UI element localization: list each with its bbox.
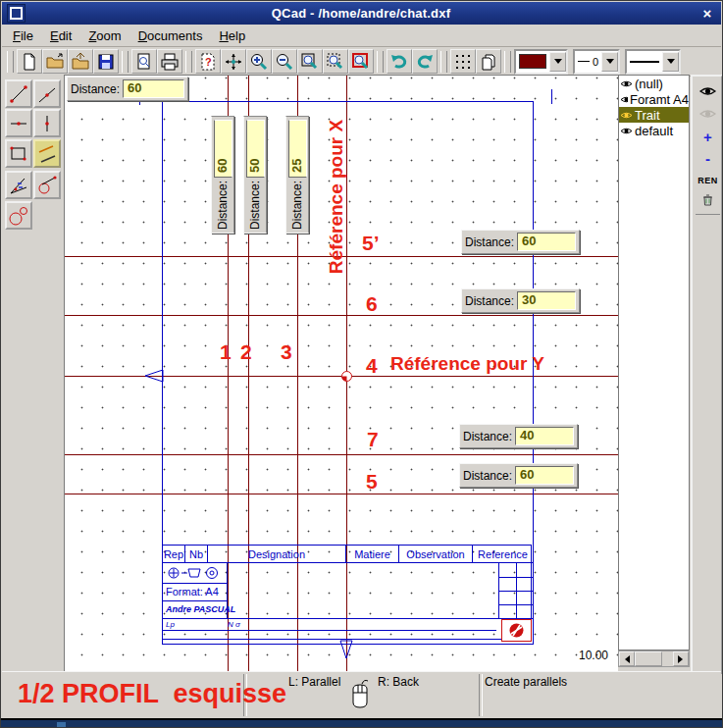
distance-input[interactable]: 50 (246, 120, 265, 178)
title-block-divider (163, 583, 227, 584)
left-arrow-marker (143, 367, 165, 385)
zoom-previous-button[interactable] (348, 49, 374, 74)
zoom-auto-button[interactable] (323, 49, 348, 74)
vertical-line-icon (36, 113, 58, 134)
toolbar-handle[interactable] (122, 51, 129, 73)
remove-layer-button[interactable]: - (696, 149, 720, 168)
chevron-down-icon (554, 59, 562, 68)
distance-input[interactable]: 40 (515, 427, 574, 445)
zoom-previous-icon (351, 52, 371, 72)
redraw-button[interactable]: ? (195, 49, 221, 74)
mouse-left-hint: L: Parallel (288, 675, 340, 689)
scrollbar-thumb[interactable] (635, 651, 662, 666)
menu-help[interactable]: Help (219, 28, 245, 43)
print-button[interactable] (157, 49, 182, 74)
distance-label: Distance: (463, 469, 512, 483)
undo-button[interactable] (387, 49, 412, 74)
distance-input[interactable]: 30 (517, 291, 576, 310)
redo-button[interactable] (412, 49, 438, 74)
layer-list-scrollbar[interactable] (618, 650, 690, 667)
distance-label: Distance: (248, 181, 262, 230)
scroll-left-button[interactable] (619, 651, 635, 666)
layer-item-format[interactable]: Foramt A4 (619, 91, 689, 107)
color-select[interactable] (514, 49, 568, 75)
zoom-window-icon (300, 52, 320, 72)
drawing-canvas[interactable]: Distance: 60 Distance:60 Distance:50 Dis… (64, 75, 618, 675)
layer-item-default[interactable]: default (619, 123, 689, 138)
qcad-window: QCad - /home/andre/chat.dxf × File Edit … (0, 0, 723, 728)
layer-browser-button[interactable] (476, 49, 501, 74)
eye-icon (620, 111, 633, 120)
bottom-strip (1, 718, 722, 727)
distance-input[interactable]: 60 (517, 233, 576, 251)
delete-layer-button[interactable] (696, 190, 720, 209)
close-button[interactable]: × (697, 4, 718, 23)
new-file-button[interactable] (17, 49, 42, 74)
layer-item-null[interactable]: (null) (619, 76, 689, 91)
tool-rectangle[interactable] (5, 139, 32, 168)
show-all-layers-button[interactable] (696, 81, 720, 100)
menu-edit[interactable]: Edit (50, 28, 72, 43)
zoom-in-button[interactable] (246, 49, 272, 74)
tool-line-angle[interactable] (33, 79, 61, 108)
line-style-select[interactable] (625, 49, 681, 75)
distance-input[interactable]: 60 (214, 120, 232, 178)
tool-horizontal-line[interactable] (5, 109, 32, 137)
menu-documents[interactable]: Documents (138, 28, 203, 43)
toolbar-handle[interactable] (185, 51, 192, 73)
line-width-select[interactable]: 0 (573, 49, 620, 75)
rotated-distance-box-1: Distance:60 (211, 116, 234, 234)
title-bar[interactable]: QCad - /home/andre/chat.dxf × (2, 2, 721, 25)
distance-input[interactable]: 25 (288, 120, 307, 178)
menu-zoom[interactable]: Zoom (88, 28, 121, 43)
tool-parallel[interactable] (33, 139, 61, 168)
projection-symbols-icon (166, 566, 223, 580)
menu-bar: File Edit Zoom Documents Help (2, 25, 721, 47)
toolbar-handle[interactable] (440, 51, 447, 73)
distance-input[interactable]: 60 (123, 79, 184, 98)
distance-input[interactable]: 60 (515, 466, 574, 485)
open-file-button[interactable] (42, 49, 68, 74)
pan-button[interactable] (221, 49, 246, 74)
toolbar-handle[interactable] (504, 51, 511, 73)
main-toolbar: ? (2, 47, 721, 77)
system-menu-button[interactable] (7, 4, 26, 23)
hide-all-layers-button[interactable] (696, 104, 720, 123)
redo-icon (415, 52, 435, 72)
tool-tangent-point-circle[interactable] (33, 171, 61, 199)
svg-text:?: ? (205, 56, 212, 68)
zoom-out-button[interactable] (272, 49, 297, 74)
eye-icon (620, 127, 633, 135)
tool-tangent-circles[interactable] (5, 201, 32, 230)
eye-icon (699, 85, 716, 97)
open-recent-button[interactable] (68, 49, 93, 74)
reference-point-marker (340, 370, 353, 383)
mouse-icon (349, 677, 371, 710)
action-status: Create parallels (485, 675, 567, 689)
toolbar-handle[interactable] (377, 51, 384, 73)
layer-list[interactable]: (null) Foramt A4 Trait default (618, 75, 690, 650)
distance-label: Distance: (465, 294, 514, 308)
grid-toggle-button[interactable] (450, 49, 476, 74)
toolbar-handle[interactable] (7, 51, 14, 73)
title-block-header-matiere: Matiere (346, 546, 399, 563)
distance-box-40: Distance:40 (459, 424, 578, 448)
menu-file[interactable]: File (13, 28, 33, 43)
zoom-auto-icon (326, 52, 345, 72)
tool-line-2points[interactable] (5, 79, 32, 108)
style-dropdown-button[interactable] (662, 52, 679, 72)
width-dropdown-button[interactable] (601, 52, 618, 72)
zoom-window-button[interactable] (297, 49, 323, 74)
tool-bisector[interactable] (5, 171, 32, 199)
rename-layer-button[interactable]: REN (696, 171, 720, 189)
scroll-right-button[interactable] (673, 651, 689, 666)
tool-vertical-line[interactable] (33, 109, 61, 137)
layer-item-trait[interactable]: Trait (619, 107, 689, 123)
rotated-distance-box-3: Distance:25 (285, 116, 309, 234)
annotation-number-1: 1 (220, 341, 232, 362)
save-icon (96, 52, 116, 72)
save-button[interactable] (93, 49, 119, 74)
print-preview-button[interactable] (131, 49, 157, 74)
color-dropdown-button[interactable] (549, 52, 566, 72)
add-layer-button[interactable]: + (696, 128, 720, 146)
